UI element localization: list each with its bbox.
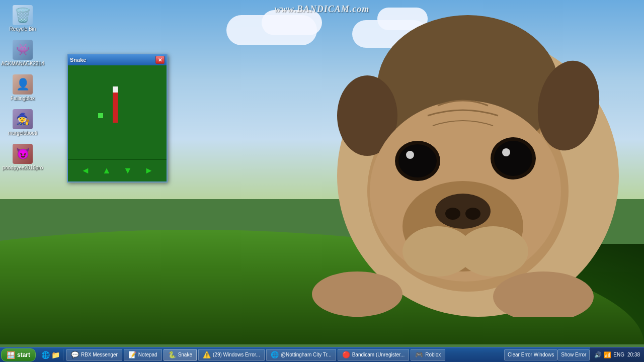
roblox-label: Roblox [425,352,441,357]
snake-game-area [68,65,167,159]
snake-icon: 🐍 [168,351,176,358]
svg-point-10 [465,208,480,220]
fallingblox-label: Fallingblox [11,96,35,102]
chrome1-label: @Nottingham City Tr... [281,352,332,357]
arrow-right-button[interactable]: ► [142,164,156,178]
desktop-icon-fallingblox[interactable]: 👤 Fallingblox [5,74,40,102]
taskbar: 🪟 start 🌐 📁 💬 RBX Messenger 📝 Notepad 🐍 … [0,347,644,362]
snake-label: Snake [178,352,192,357]
tray-lang-label[interactable]: ENG [613,352,624,357]
roblox-icon: 🎮 [415,351,423,358]
pooopyee-icon: 😈 [13,144,33,164]
clear-error-button[interactable]: Clear Error Windows [504,349,557,360]
desktop-icon-recycle-bin[interactable]: 🗑️ Recycle Bin [5,5,40,32]
desktop-icon-ackmanack[interactable]: 👾 ACKMANACK2314 [5,40,40,67]
svg-point-8 [435,194,491,229]
notepad-icon: 📝 [128,351,136,358]
window-title: Snake [70,57,86,63]
notepad-label: Notepad [138,352,157,357]
tray-network-icon[interactable]: 🔊 [594,351,602,358]
svg-point-9 [445,208,460,220]
fallingblox-icon: 👤 [13,74,33,95]
taskbar-divider-2 [63,349,63,360]
margelobooti-icon: 🧙 [13,109,33,129]
ackmanack-icon: 👾 [13,40,33,60]
desktop-icons: 🗑️ Recycle Bin 👾 ACKMANACK2314 👤 Falling… [5,5,40,171]
svg-point-12 [398,144,437,177]
taskbar-item-notepad[interactable]: 📝 Notepad [124,349,162,361]
snake-controls: ◄ ▲ ▼ ► [68,159,167,182]
ie-icon[interactable]: 🌐 [41,351,50,359]
arrow-left-button[interactable]: ◄ [78,164,93,178]
taskbar-item-snake[interactable]: 🐍 Snake [164,349,197,361]
pooopyee-label: pooopyee2010pro [3,165,43,171]
taskbar-items: 💬 RBX Messenger 📝 Notepad 🐍 Snake ⚠️ (29… [66,349,504,361]
chrome1-icon: 🌐 [271,351,279,358]
bandicam-icon: 🔴 [342,351,350,358]
taskbar-item-roblox[interactable]: 🎮 Roblox [411,349,445,361]
desktop-icon-margelobooti[interactable]: 🧙 margelobooti [5,109,40,136]
quick-launch: 🌐 📁 [39,351,62,359]
windows-error-icon: ⚠️ [203,351,211,358]
windows-logo-icon: 🪟 [7,351,15,359]
pug-illustration [267,15,619,317]
svg-point-15 [494,141,532,176]
svg-point-20 [312,272,403,317]
system-clock[interactable]: 20:38 [627,351,640,358]
margelobooti-label: margelobooti [8,130,37,136]
tray-icons: 🔊 📶 ENG [594,351,624,358]
window-close-button[interactable]: ✕ [155,56,165,64]
start-label: start [17,351,30,358]
ackmanack-label: ACKMANACK2314 [1,61,44,67]
taskbar-divider-1 [38,349,38,360]
snake-window: Snake ✕ ◄ ▲ ▼ ► [67,54,168,183]
bandicam-label: Bandicam (Unregister... [352,352,405,357]
desktop-icon-pooopyee[interactable]: 😈 pooopyee2010pro [5,144,40,171]
desktop: www.BANDICAM.com 🗑️ Recycle Bin 👾 ACKMAN… [0,0,644,362]
taskbar-item-windows-error[interactable]: ⚠️ (29) Windows Error... [198,349,265,361]
folder-icon[interactable]: 📁 [51,351,60,359]
snake-head [113,86,118,93]
tray-volume-icon[interactable]: 📶 [604,351,611,358]
arrow-up-button[interactable]: ▲ [100,164,114,178]
svg-point-18 [458,226,528,277]
svg-point-16 [502,148,510,156]
rbx-messenger-label: RBX Messenger [81,352,118,357]
start-button[interactable]: 🪟 start [1,348,36,361]
taskbar-item-bandicam[interactable]: 🔴 Bandicam (Unregister... [338,349,410,361]
recycle-bin-label: Recycle Bin [10,26,36,32]
recycle-bin-icon: 🗑️ [13,5,33,25]
window-titlebar[interactable]: Snake ✕ [68,54,167,65]
rbx-messenger-icon: 💬 [71,351,79,358]
taskbar-item-rbx-messenger[interactable]: 💬 RBX Messenger [66,349,122,361]
arrow-down-button[interactable]: ▼ [121,164,135,178]
show-error-button[interactable]: Show Error [557,349,590,360]
svg-point-13 [406,151,414,159]
taskbar-item-chrome1[interactable]: 🌐 @Nottingham City Tr... [266,349,336,361]
snake-body [113,93,118,123]
snake-food [98,113,103,118]
windows-error-label: (29) Windows Error... [213,352,260,357]
system-tray: 🔊 📶 ENG 20:38 [590,347,644,362]
